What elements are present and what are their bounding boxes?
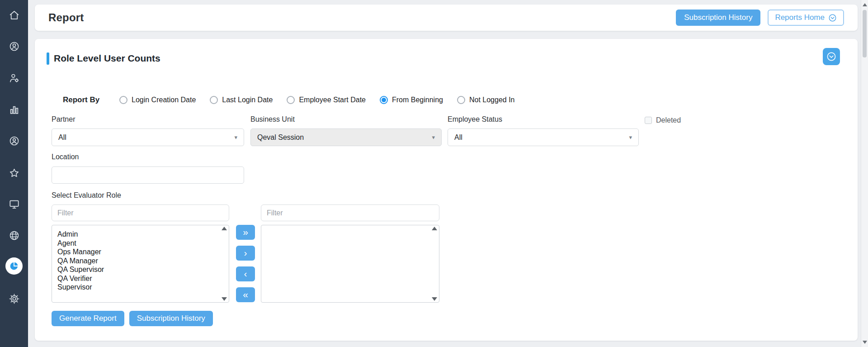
list-item[interactable]: Supervisor (52, 283, 229, 292)
available-roles-filter-input[interactable] (52, 204, 229, 221)
sidebar-item-agent-profile[interactable] (0, 36, 28, 56)
scroll-up-arrow-icon[interactable] (222, 227, 227, 230)
caret-down-icon: ▾ (432, 134, 435, 141)
generate-report-button[interactable]: Generate Report (52, 311, 124, 326)
evaluation-icon (9, 135, 20, 147)
page-header: Report Subscription History Reports Home (35, 5, 858, 31)
scrollbar-thumb[interactable] (863, 10, 867, 57)
sidebar-item-global[interactable] (0, 225, 28, 245)
list-item[interactable]: QA Manager (52, 257, 229, 266)
favorites-star-icon (9, 167, 20, 179)
radio-icon (210, 96, 218, 104)
radio-label: Employee Start Date (299, 96, 366, 104)
radio-icon (119, 96, 127, 104)
page-title: Report (48, 11, 84, 24)
collapse-card-button[interactable] (823, 48, 840, 65)
sidebar-item-settings[interactable] (0, 289, 28, 309)
subscription-history-button[interactable]: Subscription History (676, 10, 760, 26)
radio-icon (457, 96, 465, 104)
radio-icon (287, 96, 295, 104)
employee-status-label: Employee Status (448, 115, 639, 124)
business-unit-group: Business Unit Qeval Session ▾ (250, 115, 442, 146)
location-input[interactable] (52, 166, 244, 184)
employee-status-select-value: All (454, 133, 462, 142)
move-all-right-button[interactable]: » (236, 225, 255, 240)
radio-label: Not Logged In (469, 96, 515, 104)
sidebar-item-home[interactable] (0, 5, 28, 25)
list-item[interactable]: QA Verifier (52, 274, 229, 283)
globe-icon (9, 230, 20, 241)
bar-chart-icon (9, 104, 20, 115)
employee-status-select[interactable]: All ▾ (448, 128, 639, 146)
report-card: Role Level User Counts Report By Login C… (35, 39, 858, 341)
list-item[interactable]: QA Supervisor (52, 265, 229, 274)
partner-group: Partner All ▾ (52, 115, 244, 146)
scroll-down-arrow-icon[interactable] (222, 297, 227, 301)
sidebar-item-evaluations[interactable] (0, 131, 28, 151)
page-vertical-scrollbar[interactable] (861, 0, 868, 347)
reports-pie-icon (5, 257, 23, 275)
sidebar-item-monitor[interactable] (0, 194, 28, 214)
location-label: Location (52, 152, 244, 161)
partner-label: Partner (52, 115, 244, 124)
selected-roles-list[interactable] (261, 225, 439, 303)
scroll-down-arrow-icon[interactable] (432, 297, 437, 301)
list-scrollbar[interactable] (432, 227, 437, 301)
settings-gear-icon (9, 293, 20, 304)
card-subscription-history-button[interactable]: Subscription History (129, 311, 213, 326)
transfer-buttons: » › ‹ « (236, 225, 255, 302)
radio-label: Login Creation Date (132, 96, 196, 104)
evaluator-role-label: Select Evaluator Role (52, 191, 121, 200)
sidebar-item-analytics[interactable] (0, 100, 28, 119)
deleted-checkbox-row[interactable]: Deleted (645, 116, 681, 124)
sidebar-item-favorites[interactable] (0, 163, 28, 183)
report-by-group: Report By Login Creation Date Last Login… (63, 94, 529, 106)
sidebar-item-user-management[interactable] (0, 68, 28, 88)
selected-roles-filter-input[interactable] (261, 204, 439, 221)
subscription-history-label: Subscription History (684, 13, 752, 22)
employee-status-group: Employee Status All ▾ (448, 115, 639, 146)
radio-label: Last Login Date (222, 96, 273, 104)
caret-down-icon: ▾ (234, 134, 237, 141)
radio-login-creation-date[interactable]: Login Creation Date (119, 96, 196, 104)
deleted-label: Deleted (656, 116, 681, 124)
business-unit-select[interactable]: Qeval Session ▾ (250, 128, 442, 146)
move-left-button[interactable]: ‹ (236, 266, 255, 281)
agent-profile-icon (9, 41, 20, 52)
list-item[interactable]: Ops Manager (52, 247, 229, 257)
title-accent-bar (47, 52, 49, 65)
radio-label: From Beginning (392, 96, 443, 104)
caret-down-icon: ▾ (629, 134, 632, 141)
list-item[interactable]: Admin (52, 230, 229, 239)
business-unit-select-value: Qeval Session (257, 133, 304, 142)
report-by-label: Report By (63, 95, 119, 105)
bottom-actions: Generate Report Subscription History (52, 311, 213, 326)
list-item[interactable]: Agent (52, 239, 229, 248)
scroll-down-arrow-icon[interactable] (863, 341, 867, 344)
radio-last-login-date[interactable]: Last Login Date (210, 96, 273, 104)
chevron-down-circle-icon (826, 52, 836, 62)
radio-from-beginning[interactable]: From Beginning (380, 96, 443, 104)
deleted-checkbox[interactable] (645, 117, 652, 124)
partner-select-value: All (58, 133, 66, 142)
user-management-icon (9, 72, 20, 84)
scroll-up-arrow-icon[interactable] (432, 227, 437, 230)
move-right-button[interactable]: › (236, 246, 255, 261)
radio-not-logged-in[interactable]: Not Logged In (457, 96, 515, 104)
scroll-up-arrow-icon[interactable] (863, 3, 867, 6)
partner-select[interactable]: All ▾ (52, 128, 244, 146)
radio-icon (380, 96, 388, 104)
sidebar (0, 0, 28, 347)
header-actions: Subscription History Reports Home (676, 10, 844, 26)
home-icon (9, 10, 20, 21)
move-all-left-button[interactable]: « (236, 287, 255, 302)
available-roles-list[interactable]: AdminAgentOps ManagerQA ManagerQA Superv… (52, 225, 229, 303)
monitor-icon (9, 199, 20, 210)
available-roles-items: AdminAgentOps ManagerQA ManagerQA Superv… (52, 225, 229, 292)
reports-home-label: Reports Home (775, 13, 825, 22)
sidebar-item-reports[interactable] (0, 256, 28, 276)
radio-employee-start-date[interactable]: Employee Start Date (287, 96, 366, 104)
reports-home-button[interactable]: Reports Home (768, 10, 844, 26)
list-scrollbar[interactable] (222, 227, 227, 301)
chevron-down-circle-icon (828, 14, 837, 22)
